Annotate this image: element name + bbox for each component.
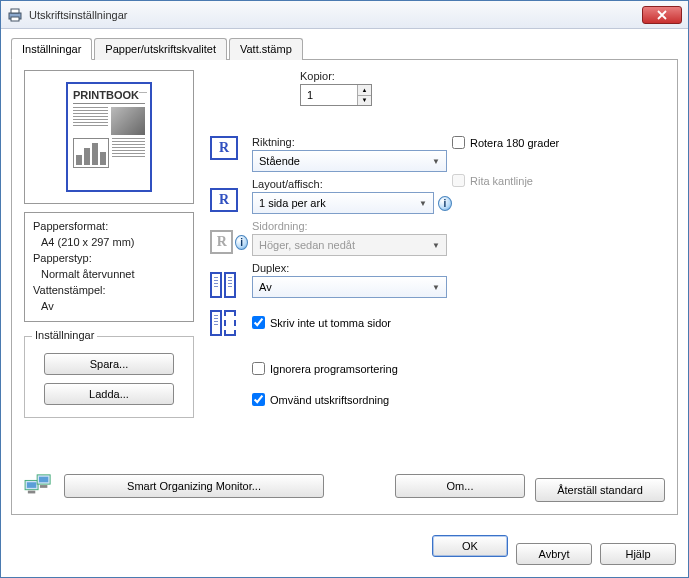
titlebar: Utskriftsinställningar: [1, 1, 688, 29]
svg-rect-4: [27, 482, 36, 488]
ignoresort-checkbox[interactable]: Ignorera programsortering: [252, 362, 398, 375]
pageorder-label: Sidordning:: [252, 220, 665, 232]
skipblank-label: Skriv inte ut tomma sidor: [270, 317, 391, 329]
svg-rect-2: [11, 17, 19, 21]
layout-value: 1 sida per ark: [259, 197, 326, 209]
svg-rect-8: [40, 485, 47, 488]
reverse-checkbox[interactable]: Omvänd utskriftsordning: [252, 393, 389, 406]
settings-group-legend: Inställningar: [32, 329, 97, 341]
copies-spinner[interactable]: ▲ ▼: [300, 84, 372, 106]
restore-button[interactable]: Återställ standard: [535, 478, 665, 502]
orientation-icon: R: [210, 136, 238, 160]
skipblank-checkbox[interactable]: Skriv inte ut tomma sidor: [252, 316, 391, 329]
tab-papper[interactable]: Papper/utskriftskvalitet: [94, 38, 227, 60]
svg-rect-7: [28, 491, 35, 494]
orientation-select[interactable]: Stående▼: [252, 150, 447, 172]
help-button[interactable]: Hjälp: [600, 543, 676, 565]
papersize-value: A4 (210 x 297 mm): [41, 235, 185, 251]
window-title: Utskriftsinställningar: [29, 9, 642, 21]
orientation-value: Stående: [259, 155, 300, 167]
copies-input[interactable]: [301, 85, 357, 105]
right-column: Kopior: ▲ ▼ R: [204, 70, 665, 418]
computers-icon: [24, 473, 54, 499]
watermark-value: Av: [41, 299, 185, 315]
layout-info-icon[interactable]: i: [438, 196, 452, 211]
footer-row: Smart Organizing Monitor... Om... Återst…: [24, 444, 665, 502]
tab-vattstamp[interactable]: Vatt.stämp: [229, 38, 303, 60]
papertype-value: Normalt återvunnet: [41, 267, 185, 283]
layout-icon: R: [210, 188, 238, 212]
duplex-select[interactable]: Av▼: [252, 276, 447, 298]
watermark-label: Vattenstämpel:: [33, 283, 185, 299]
drawframe-checkbox: Rita kantlinje: [452, 174, 533, 187]
page-preview-inner: PRINTBOOK——: [66, 82, 152, 192]
page-preview: PRINTBOOK——: [24, 70, 194, 204]
copies-down[interactable]: ▼: [358, 96, 371, 106]
about-button[interactable]: Om...: [395, 474, 525, 498]
settings-group: Inställningar Spara... Ladda...: [24, 336, 194, 418]
copies-label: Kopior:: [300, 70, 665, 82]
skipblank-icon: [210, 310, 236, 336]
close-button[interactable]: [642, 6, 682, 24]
svg-rect-6: [39, 477, 48, 483]
window: Utskriftsinställningar Inställningar Pap…: [0, 0, 689, 578]
summary-info: Pappersformat: A4 (210 x 297 mm) Pappers…: [24, 212, 194, 322]
orientation-label: Riktning:: [252, 136, 452, 148]
papertype-label: Papperstyp:: [33, 251, 185, 267]
cancel-button[interactable]: Avbryt: [516, 543, 592, 565]
left-column: PRINTBOOK—— Pappersforma: [24, 70, 194, 418]
duplex-label: Duplex:: [252, 262, 665, 274]
ignoresort-input[interactable]: [252, 362, 265, 375]
ok-button[interactable]: OK: [432, 535, 508, 557]
copies-up[interactable]: ▲: [358, 85, 371, 96]
close-icon: [657, 10, 667, 20]
rotate180-input[interactable]: [452, 136, 465, 149]
pageorder-select: Höger, sedan nedåt▼: [252, 234, 447, 256]
duplex-icon: [210, 272, 236, 298]
papersize-label: Pappersformat:: [33, 219, 185, 235]
pageorder-icon: R: [210, 230, 233, 254]
dialog-footer: OK Avbryt Hjälp: [1, 525, 688, 577]
ignoresort-label: Ignorera programsortering: [270, 363, 398, 375]
tab-strip: Inställningar Papper/utskriftskvalitet V…: [11, 37, 678, 59]
duplex-value: Av: [259, 281, 272, 293]
rotate180-label: Rotera 180 grader: [470, 137, 559, 149]
reverse-label: Omvänd utskriftsordning: [270, 394, 389, 406]
load-button[interactable]: Ladda...: [44, 383, 174, 405]
dialog-body: Inställningar Papper/utskriftskvalitet V…: [1, 29, 688, 525]
skipblank-input[interactable]: [252, 316, 265, 329]
rotate180-checkbox[interactable]: Rotera 180 grader: [452, 136, 559, 149]
svg-rect-1: [11, 9, 19, 13]
layout-select[interactable]: 1 sida per ark▼: [252, 192, 434, 214]
drawframe-label: Rita kantlinje: [470, 175, 533, 187]
tab-installningar[interactable]: Inställningar: [11, 38, 92, 60]
pageorder-info-icon[interactable]: i: [235, 235, 248, 250]
reverse-input[interactable]: [252, 393, 265, 406]
smo-button[interactable]: Smart Organizing Monitor...: [64, 474, 324, 498]
save-button[interactable]: Spara...: [44, 353, 174, 375]
pageorder-value: Höger, sedan nedåt: [259, 239, 355, 251]
printer-icon: [7, 7, 23, 23]
layout-label: Layout/affisch:: [252, 178, 452, 190]
drawframe-input: [452, 174, 465, 187]
tab-panel-installningar: PRINTBOOK—— Pappersforma: [11, 59, 678, 515]
